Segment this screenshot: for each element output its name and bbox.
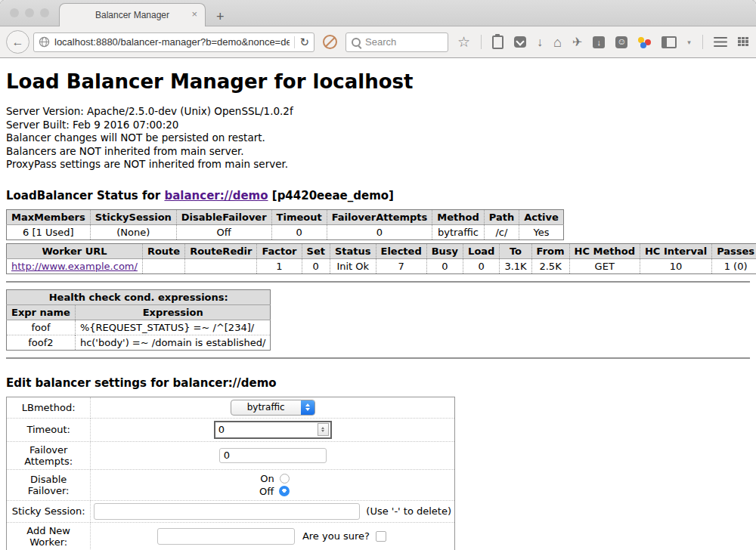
radio-on-label: On [256, 472, 274, 485]
proxypass-notice: ProxyPass settings are NOT inherited fro… [6, 158, 750, 171]
tab-bar: Balancer Manager × + [0, 0, 756, 26]
lbmethod-select[interactable]: bytraffic [231, 400, 315, 416]
worker-url-link[interactable]: http://www.example.com/ [11, 261, 138, 272]
form-row-lbmethod: LBmethod: bytraffic [7, 397, 455, 418]
menu-icon[interactable] [714, 37, 727, 39]
stepper-icon[interactable] [318, 423, 329, 436]
table-row: http://www.example.com/ 1 0 Init Ok 7 0 … [7, 258, 756, 273]
table-header-row: Worker URL Route RouteRedir Factor Set S… [7, 243, 756, 258]
table-title-row: Health check cond. expressions: [7, 289, 271, 304]
downloads-icon[interactable]: ↓ [537, 36, 543, 48]
tab-title: Balancer Manager [95, 10, 169, 20]
are-you-sure-label: Are you sure? [302, 530, 370, 542]
edit-settings-heading: Edit balancer settings for balancer://de… [6, 376, 750, 390]
sidebar-icon[interactable] [662, 36, 677, 48]
balancer-status-table: MaxMembers StickySession DisableFailover… [6, 209, 564, 240]
radio-off[interactable] [279, 486, 290, 496]
close-window-button[interactable] [10, 8, 19, 17]
form-row-sticky: Sticky Session: (Use '-' to delete) [7, 500, 455, 522]
toolbar-divider [702, 35, 703, 49]
lbmethod-label: LBmethod: [7, 397, 91, 418]
persist-notice: Balancer changes will NOT be persisted o… [6, 131, 750, 145]
sticky-delete-hint: (Use '-' to delete) [366, 505, 451, 517]
sticky-session-input[interactable] [94, 503, 360, 520]
are-you-sure-checkbox[interactable] [376, 531, 386, 542]
reload-button[interactable]: ↻ [299, 36, 309, 48]
app-download-icon[interactable]: ↓ [593, 36, 605, 48]
form-row-timeout: Timeout: 0 [7, 418, 455, 441]
plugin-blocked-icon[interactable] [323, 35, 337, 49]
status-heading-suffix: [p4420eeae_demo] [272, 189, 394, 202]
table-header-row: MaxMembers StickySession DisableFailover… [7, 209, 564, 224]
toolbar-buttons: ☆ ↓ ⌂ ✈ ↓ ☺ ▾ [457, 35, 750, 49]
form-row-add-worker: Add New Worker: Are you sure? [7, 522, 455, 550]
browser-window: Balancer Manager × + ← localhost:8880/ba… [0, 0, 756, 550]
radio-on[interactable] [280, 474, 290, 484]
window-controls [10, 8, 49, 17]
feedback-smiley-icon[interactable]: ☺ [615, 36, 627, 48]
home-icon[interactable]: ⌂ [553, 36, 562, 48]
page-content: Load Balancer Manager for localhost Serv… [0, 58, 756, 550]
balancer-demo-link[interactable]: balancer://demo [164, 189, 268, 202]
server-built-line: Server Built: Feb 9 2016 07:00:20 [6, 119, 750, 132]
timeout-value: 0 [218, 424, 225, 435]
nav-toolbar: ← localhost:8880/balancer-manager?b=demo… [0, 26, 756, 58]
toolbar-divider [481, 35, 482, 49]
url-bar[interactable]: localhost:8880/balancer-manager?b=demo&n… [33, 32, 314, 52]
new-tab-button[interactable]: + [216, 10, 225, 23]
sticky-session-label: Sticky Session: [7, 500, 91, 522]
table-header-row: Expr name Expression [7, 304, 271, 320]
chevron-down-icon[interactable]: ▾ [687, 39, 691, 46]
bookmarks-menu-icon[interactable] [492, 36, 503, 49]
chevron-updown-icon [301, 400, 314, 415]
failover-attempts-input[interactable]: 0 [219, 448, 327, 463]
bookmark-star-icon[interactable]: ☆ [457, 36, 470, 48]
radio-off-label: Off [256, 485, 274, 498]
section-divider [6, 357, 750, 359]
table-row: foof %{REQUEST_STATUS} =~ /^[234]/ [7, 320, 271, 335]
form-row-disable-failover: Disable Failover: On Off [7, 469, 455, 500]
tab-balancer-manager[interactable]: Balancer Manager × [59, 3, 206, 26]
server-info: Server Version: Apache/2.5.0-dev (Unix) … [6, 105, 750, 171]
table-row: foof2 hc('body') =~ /domain is establish… [7, 335, 271, 350]
worker-table: Worker URL Route RouteRedir Factor Set S… [6, 243, 756, 274]
url-text: localhost:8880/balancer-manager?b=demo&n… [54, 36, 290, 48]
back-button[interactable]: ← [6, 30, 29, 54]
urlbar-divider [294, 36, 295, 48]
section-divider [6, 281, 750, 283]
send-tab-icon[interactable]: ✈ [572, 36, 582, 48]
disable-failover-label: Disable Failover: [7, 469, 91, 500]
health-check-table: Health check cond. expressions: Expr nam… [6, 289, 271, 351]
back-icon: ← [12, 36, 24, 49]
timeout-label: Timeout: [7, 418, 91, 441]
edit-balancer-form: LBmethod: bytraffic Timeout: 0 [6, 397, 455, 550]
tab-close-icon[interactable]: × [191, 9, 197, 19]
search-placeholder: Search [365, 36, 396, 48]
lbmethod-selected-value: bytraffic [231, 400, 301, 415]
search-icon [352, 38, 361, 47]
timeout-input[interactable]: 0 [214, 421, 332, 439]
status-heading: LoadBalancer Status for balancer://demo … [6, 189, 750, 202]
server-version-line: Server Version: Apache/2.5.0-dev (Unix) … [6, 105, 750, 119]
hello-icon[interactable] [638, 36, 651, 48]
zoom-window-button[interactable] [40, 8, 49, 17]
new-worker-input[interactable] [157, 528, 295, 545]
pocket-icon[interactable] [514, 36, 526, 48]
failover-attempts-label: Failover Attempts: [7, 441, 91, 469]
status-heading-prefix: LoadBalancer Status for [6, 189, 160, 202]
inherit-notice: Balancers are NOT inherited from main se… [6, 145, 750, 159]
search-bar[interactable]: Search [345, 32, 448, 52]
add-worker-label: Add New Worker: [7, 522, 91, 550]
failover-attempts-value: 0 [224, 450, 230, 461]
site-identity-globe-icon [39, 36, 50, 48]
tab-groups-icon[interactable] [738, 37, 750, 48]
table-row: 6 [1 Used] (None) Off 0 0 bytraffic /c/ … [7, 224, 564, 239]
form-row-failover: Failover Attempts: 0 [7, 441, 455, 469]
page-title: Load Balancer Manager for localhost [6, 70, 750, 93]
minimize-window-button[interactable] [25, 8, 34, 17]
